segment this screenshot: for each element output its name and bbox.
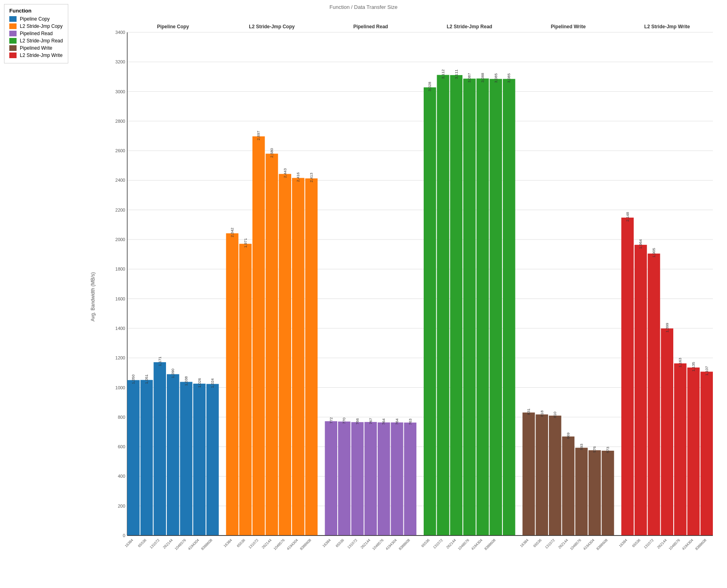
svg-text:3,028: 3,028: [427, 82, 432, 91]
svg-text:831: 831: [526, 409, 531, 415]
svg-rect-91: [391, 422, 403, 536]
svg-rect-152: [661, 328, 673, 536]
svg-text:2,042: 2,042: [230, 228, 234, 237]
svg-text:16384: 16384: [321, 538, 332, 548]
svg-rect-45: [180, 382, 193, 536]
svg-rect-61: [239, 244, 252, 536]
svg-text:2,697: 2,697: [256, 131, 261, 141]
svg-text:2400: 2400: [116, 178, 125, 183]
svg-text:262144: 262144: [360, 538, 371, 549]
svg-text:2800: 2800: [116, 119, 125, 124]
svg-text:2600: 2600: [116, 148, 125, 153]
svg-rect-113: [490, 79, 502, 536]
svg-text:8388608: 8388608: [694, 538, 707, 551]
svg-text:0: 0: [123, 533, 125, 538]
chart-title: Function / Data Transfer Size: [330, 4, 397, 10]
svg-text:4194304: 4194304: [385, 538, 398, 551]
svg-text:Pipelined Read: Pipelined Read: [353, 24, 388, 29]
svg-text:1,024: 1,024: [210, 378, 214, 388]
svg-text:3400: 3400: [116, 30, 125, 35]
legend-item: Pipelined Read: [9, 31, 63, 36]
svg-rect-132: [575, 448, 588, 536]
svg-text:4194304: 4194304: [286, 538, 299, 551]
svg-text:262144: 262144: [261, 538, 272, 549]
svg-text:2200: 2200: [116, 208, 125, 212]
svg-rect-83: [338, 422, 351, 536]
legend-item: L2 Stride-Jmp Copy: [9, 23, 63, 29]
svg-text:1,163: 1,163: [678, 358, 682, 368]
svg-text:1,135: 1,135: [691, 362, 695, 372]
svg-rect-107: [450, 75, 462, 536]
svg-text:4194304: 4194304: [471, 538, 483, 551]
svg-text:65536: 65536: [532, 538, 542, 548]
svg-text:4194304: 4194304: [582, 538, 595, 551]
svg-text:8388608: 8388608: [299, 538, 312, 551]
svg-rect-150: [648, 254, 660, 536]
svg-text:8388608: 8388608: [596, 538, 609, 551]
y-axis-label: Avg. Bandwidth (MB/s): [90, 272, 96, 321]
svg-text:2,416: 2,416: [296, 172, 300, 182]
svg-text:763: 763: [408, 418, 412, 425]
chart-svg: 0200400600800100012001400160018002000220…: [103, 20, 723, 584]
svg-text:131072: 131072: [248, 538, 259, 549]
svg-rect-71: [305, 178, 318, 536]
svg-text:1048576: 1048576: [372, 538, 385, 551]
svg-text:8388608: 8388608: [398, 538, 411, 551]
svg-text:766: 766: [355, 418, 359, 424]
svg-text:L2 Stride-Jmp Write: L2 Stride-Jmp Write: [644, 24, 690, 29]
svg-text:8388608: 8388608: [483, 538, 496, 551]
svg-text:764: 764: [395, 418, 399, 425]
svg-text:L2 Stride-Jmp Copy: L2 Stride-Jmp Copy: [249, 24, 295, 29]
svg-rect-130: [562, 437, 575, 536]
legend-item: L2 Stride-Jmp Read: [9, 38, 63, 44]
svg-text:3,087: 3,087: [467, 73, 471, 83]
svg-text:Pipelined Write: Pipelined Write: [551, 24, 586, 29]
svg-text:65536: 65536: [335, 538, 345, 548]
svg-rect-81: [325, 421, 337, 536]
svg-text:8388608: 8388608: [200, 538, 213, 551]
svg-text:L2 Stride-Jmp Read: L2 Stride-Jmp Read: [447, 24, 492, 29]
svg-text:2,580: 2,580: [269, 148, 274, 158]
svg-text:1000: 1000: [116, 385, 125, 390]
svg-rect-103: [424, 87, 436, 536]
svg-text:1048576: 1048576: [174, 538, 187, 551]
svg-text:131072: 131072: [149, 538, 160, 549]
svg-text:3,088: 3,088: [480, 73, 485, 82]
svg-text:400: 400: [118, 474, 125, 479]
svg-rect-63: [252, 136, 265, 536]
svg-text:131072: 131072: [432, 538, 443, 549]
svg-text:262144: 262144: [656, 538, 668, 549]
svg-rect-89: [378, 422, 390, 536]
svg-text:1,905: 1,905: [651, 248, 656, 258]
svg-rect-105: [437, 75, 450, 536]
svg-text:810: 810: [553, 412, 557, 418]
svg-rect-49: [206, 384, 219, 536]
svg-text:3,085: 3,085: [506, 74, 511, 83]
svg-text:3,111: 3,111: [454, 69, 458, 79]
svg-rect-47: [193, 384, 206, 536]
legend: Function Pipeline CopyL2 Stride-Jmp Copy…: [4, 4, 68, 63]
svg-text:772: 772: [329, 417, 333, 424]
svg-text:600: 600: [118, 444, 125, 449]
svg-rect-128: [549, 416, 561, 536]
svg-rect-69: [292, 178, 305, 536]
svg-text:576: 576: [592, 446, 597, 453]
svg-text:764: 764: [381, 418, 386, 425]
svg-text:1,171: 1,171: [158, 357, 162, 366]
svg-text:65536: 65536: [631, 538, 641, 548]
svg-text:1,090: 1,090: [170, 369, 175, 378]
svg-text:16384: 16384: [618, 538, 628, 548]
svg-text:1,038: 1,038: [184, 376, 188, 386]
svg-text:131072: 131072: [643, 538, 654, 549]
legend-item: Pipeline Copy: [9, 16, 63, 22]
svg-text:818: 818: [540, 410, 544, 417]
svg-rect-124: [523, 412, 535, 536]
svg-text:1400: 1400: [116, 326, 125, 331]
legend-item: Pipelined Write: [9, 45, 63, 51]
svg-text:16384: 16384: [519, 538, 529, 548]
svg-text:1200: 1200: [116, 355, 125, 360]
svg-rect-158: [700, 372, 713, 536]
svg-rect-126: [536, 414, 548, 536]
svg-rect-37: [127, 380, 140, 536]
svg-text:1,399: 1,399: [665, 323, 669, 332]
